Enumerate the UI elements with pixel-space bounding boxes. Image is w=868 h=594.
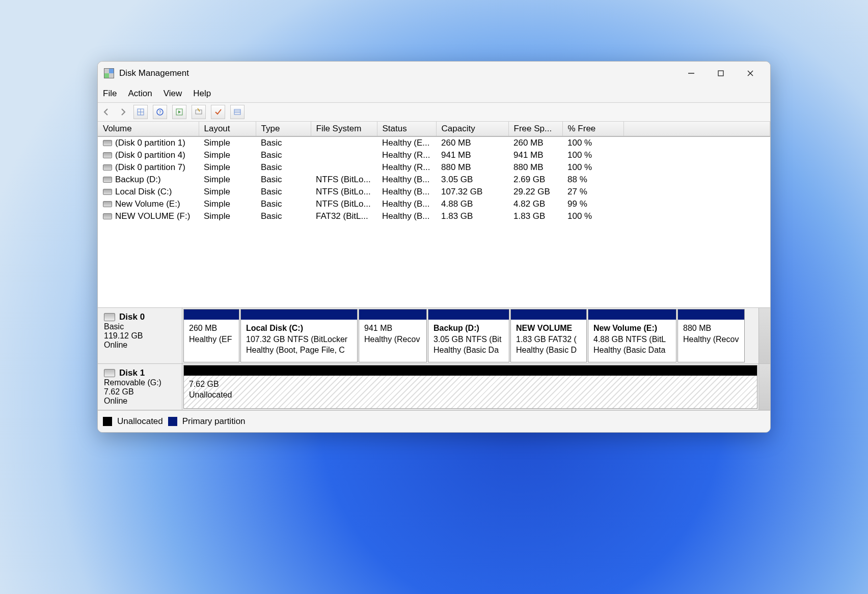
window-controls [676,62,765,85]
col-pct[interactable]: % Free [562,122,623,136]
drive-icon [103,189,112,195]
disk0-name: Disk 0 [119,312,145,322]
column-headers[interactable]: Volume Layout Type File System Status Ca… [98,122,770,136]
disk0-info[interactable]: Disk 0 Basic 119.12 GB Online [98,308,182,363]
window-title: Disk Management [119,68,189,78]
menu-help[interactable]: Help [193,89,211,99]
part-status: Healthy (Basic D [516,346,577,354]
col-type[interactable]: Type [256,122,311,136]
part-status: Healthy (EF [189,335,232,344]
forward-button[interactable] [117,105,128,119]
part-size: 941 MB [364,324,392,332]
refresh-button[interactable] [133,105,148,119]
col-free[interactable]: Free Sp... [508,122,562,136]
part-size: 3.05 GB NTFS (Bit [433,335,501,344]
volume-row[interactable]: (Disk 0 partition 4)SimpleBasicHealthy (… [98,149,770,161]
swatch-unallocated [103,417,112,426]
drive-icon [103,201,112,207]
col-capacity[interactable]: Capacity [436,122,508,136]
volume-row[interactable]: New Volume (E:)SimpleBasicNTFS (BitLo...… [98,198,770,210]
volume-row[interactable]: (Disk 0 partition 7)SimpleBasicHealthy (… [98,161,770,174]
scan-icon [195,108,203,116]
partition[interactable]: Local Disk (C:)107.32 GB NTFS (BitLocker… [240,309,358,362]
part-title: NEW VOLUME [516,324,572,332]
part-status: Healthy (Recov [683,335,739,344]
disk1-graphical: Disk 1 Removable (G:) 7.62 GB Online 7.6… [98,364,770,410]
minimize-icon [688,70,695,77]
part-title: Local Disk (C:) [246,324,303,332]
partition[interactable]: 260 MBHealthy (EF [183,309,239,362]
part-status: Healthy (Basic Da [433,346,499,354]
disk1-status: Online [104,397,176,406]
col-fs[interactable]: File System [311,122,377,136]
legend-primary: Primary partition [182,416,246,427]
menu-bar: File Action View Help [98,85,770,102]
part-size: 107.32 GB NTFS (BitLocker [246,335,347,344]
menu-action[interactable]: Action [128,89,152,99]
col-volume[interactable]: Volume [98,122,199,136]
rescan-button[interactable] [192,105,206,119]
vertical-scrollbar[interactable] [758,308,770,363]
menu-view[interactable]: View [164,89,182,99]
part-status: Healthy (Recov [364,335,420,344]
part-size: 260 MB [189,324,217,332]
action-toolbar-button[interactable] [172,105,186,119]
drive-icon [103,152,112,158]
back-button[interactable] [101,105,112,119]
list-button[interactable] [230,105,245,119]
part-status: Unallocated [189,389,752,401]
close-button[interactable] [736,62,765,85]
disk0-partitions: 260 MBHealthy (EFLocal Disk (C:)107.32 G… [182,308,758,363]
drive-icon [103,140,112,146]
title-bar: Disk Management [98,62,770,85]
disk1-unallocated[interactable]: 7.62 GB Unallocated [183,365,757,409]
disk0-type: Basic [104,322,176,331]
col-status[interactable]: Status [377,122,436,136]
vertical-scrollbar[interactable] [758,364,770,410]
hdd-icon [104,313,115,321]
drive-icon [103,177,112,183]
partition[interactable]: New Volume (E:)4.88 GB NTFS (BitLHealthy… [588,309,676,362]
disk1-type: Removable (G:) [104,378,176,387]
maximize-button[interactable] [706,62,736,85]
volume-row[interactable]: NEW VOLUME (F:)SimpleBasicFAT32 (BitL...… [98,210,770,222]
minimize-button[interactable] [676,62,706,85]
disk1-size: 7.62 GB [104,387,176,397]
drive-icon [103,164,112,171]
maximize-icon [717,70,724,77]
part-size: 7.62 GB [189,379,752,390]
col-layout[interactable]: Layout [199,122,256,136]
disk0-graphical: Disk 0 Basic 119.12 GB Online 260 MBHeal… [98,308,770,364]
menu-file[interactable]: File [103,89,117,99]
disk1-name: Disk 1 [119,368,145,378]
back-icon [102,108,111,116]
check-button[interactable] [211,105,225,119]
check-icon [214,108,222,116]
svg-text:?: ? [158,109,161,115]
app-icon [104,68,114,78]
part-size: 1.83 GB FAT32 ( [516,335,577,344]
disk0-status: Online [104,341,176,350]
disk1-info[interactable]: Disk 1 Removable (G:) 7.62 GB Online [98,364,182,410]
legend-unallocated: Unallocated [117,416,163,427]
partition[interactable]: 941 MBHealthy (Recov [359,309,427,362]
part-size: 880 MB [683,324,711,332]
volume-row[interactable]: Backup (D:)SimpleBasicNTFS (BitLo...Heal… [98,174,770,186]
part-status: Healthy (Basic Data [593,346,665,354]
help-toolbar-button[interactable]: ? [153,105,167,119]
content-area: Volume Layout Type File System Status Ca… [98,122,770,432]
volume-list[interactable]: Volume Layout Type File System Status Ca… [98,122,770,308]
part-title: Backup (D:) [433,324,479,332]
partition[interactable]: NEW VOLUME1.83 GB FAT32 (Healthy (Basic … [510,309,587,362]
partition[interactable]: 880 MBHealthy (Recov [677,309,745,362]
partition[interactable]: Backup (D:)3.05 GB NTFS (BitHealthy (Bas… [428,309,509,362]
forward-icon [119,108,127,116]
swatch-primary [168,417,177,426]
volume-row[interactable]: Local Disk (C:)SimpleBasicNTFS (BitLo...… [98,186,770,198]
part-status: Healthy (Boot, Page File, C [246,346,345,354]
legend: Unallocated Primary partition [98,410,770,432]
volume-row[interactable]: (Disk 0 partition 1)SimpleBasicHealthy (… [98,136,770,149]
help-icon: ? [156,108,164,116]
drive-icon [103,213,112,219]
disk1-partitions: 7.62 GB Unallocated [182,364,758,410]
